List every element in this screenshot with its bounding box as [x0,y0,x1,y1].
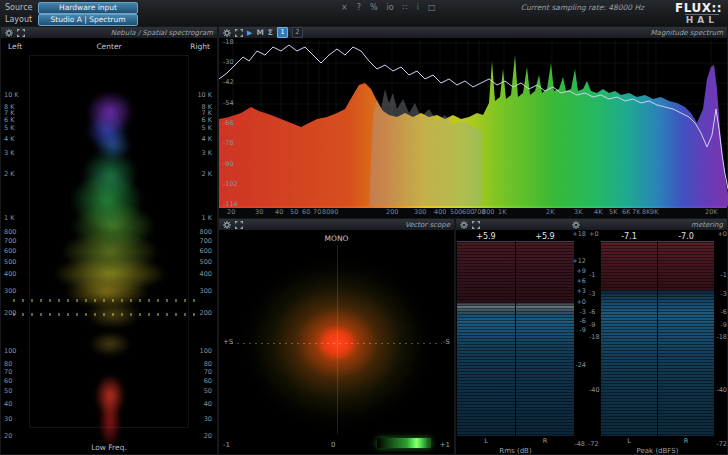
peak-scale-label: -18 [716,334,727,341]
rms-meter-right [516,241,574,436]
nebula-freq-label: 50 [204,388,212,395]
peak-meter-left [601,241,657,436]
peak-scale-label: -40 [589,387,600,394]
rms-scale-label: +12 [572,258,586,265]
magnitude-spectrum-panel[interactable]: ▶ M Σ 1 2 Magnitude spectrum [218,26,728,218]
layout-label: Layout [5,15,32,24]
spectrum-db-label: -78 [223,140,234,147]
settings-icon[interactable]: % [370,3,378,12]
fullscreen-icon[interactable]: ∷ [403,3,408,12]
spectrum-freq-label: 90 [330,209,348,216]
spectrum-db-label: -66 [223,120,234,127]
spectrum-db-label: -54 [223,100,234,107]
rms-scale-label: -24 [575,362,586,369]
rms-group-name: Rms (dB) [457,447,574,455]
gear-icon[interactable] [223,221,231,229]
nebula-freq-label: 2 K [202,171,212,178]
vector-scope-panel[interactable]: Vector scope MONO +S -S -1 0 +1 [218,218,455,455]
peak-group-name: Peak (dBFS) [601,447,714,455]
nebula-freq-label: 100 [200,348,212,355]
flux-analyzer-window: Source Layout Hardware input Studio A | … [0,0,728,455]
spectrum-db-label: -102 [223,181,238,188]
peak-scale-label: +0 [717,231,727,238]
peak-meter-right [658,241,714,436]
peak-scale-label: -6 [721,309,727,316]
rms-meter-left [457,241,515,436]
vector-scope-mode-label: MONO [219,234,454,243]
nebula-freq-label: 800 [200,229,212,236]
rms-scale-label: -6 [580,318,586,325]
rms-scale-label: +6 [576,278,586,285]
info-icon[interactable]: i [417,3,419,12]
peak-scale-bottom-label: -72 [588,440,602,448]
layout-selector-button[interactable]: Studio A | Spectrum [38,14,138,26]
nebula-freq-label: 40 [204,401,212,408]
nebula-freq-label: 3 K [202,150,212,157]
spectrum-freq-label: 300 [414,209,432,216]
spectrum-db-label: -30 [223,59,234,66]
nebula-freq-label: 700 [200,238,212,245]
nebula-freq-label: 400 [200,271,212,278]
peak-scale-label: -9 [721,322,727,329]
rms-right-channel-label: R [516,437,574,445]
metering-panel[interactable]: metering +5.9 +5.9 -7.1 -7.0 +18+12+9+6+… [455,218,728,455]
nebula-freq-label: 10 K [197,92,212,99]
peak-scale-label: -3 [589,291,595,298]
peak-scale-label: -6 [589,309,595,316]
nebula-freq-label: 200 [200,310,212,317]
source-selector-button[interactable]: Hardware input [38,2,138,14]
peak-scale-label: -1 [721,272,727,279]
peak-scale-label: -1 [589,272,595,279]
rms-scale-label: -9 [580,327,586,334]
spectrum-freq-label: 20 [227,209,245,216]
fullscreen-icon[interactable] [472,221,480,229]
peak-left-value: -7.1 [601,232,657,241]
axis-zero-label: 0 [331,441,335,449]
spectrum-freq-label: 3K [574,209,592,216]
rms-scale-label: +9 [576,268,586,275]
rms-scale-label: +18 [572,231,586,238]
rms-scale-label: +0 [576,299,586,306]
vector-scope-vertical-axis [337,245,338,434]
hal-logo: HAL [685,14,719,25]
peak-scale-label: +0 [589,231,599,238]
spectrum-freq-label: 30 [255,209,273,216]
spectrum-freq-label: 2K [546,209,564,216]
window-icon[interactable]: □ [428,3,436,12]
peak-scale-label: -40 [716,387,727,394]
spectrum-db-label: -18 [223,39,234,46]
gear-icon[interactable] [460,221,468,229]
flux-logo: FLUX:: [675,1,722,15]
spectrum-freq-label: 9K [650,209,668,216]
nebula-freq-label: 300 [200,288,212,295]
fullscreen-icon[interactable] [235,221,243,229]
nebula-bottom-label: Low Freq. [1,443,217,452]
nebula-freq-label: 1 K [202,215,212,222]
nebula-freq-label: 70 [204,369,212,376]
source-label: Source [5,3,32,12]
nebula-freq-label: 500 [200,259,212,266]
plus-s-label: +S [223,338,233,346]
peak-scale-label: -3 [721,291,727,298]
nebula-freq-label: 5 K [202,125,212,132]
nebula-panel[interactable]: Nebula / Spatial spectrogram Left Center… [0,26,218,455]
rms-left-channel-label: L [457,437,515,445]
toolbar-icons: ×?%io∷i□ [341,3,436,12]
spectrum-db-label: -42 [223,79,234,86]
io-icon[interactable]: io [387,3,394,12]
sampling-rate-status: Current sampling rate: 48000 Hz [521,3,644,12]
axis-plus-one-label: +1 [440,441,450,449]
help-icon[interactable]: ? [357,3,361,12]
peak-scale-label: -9 [589,322,595,329]
nebula-freq-label: 60 [204,378,212,385]
vector-scope-title: Vector scope [405,221,450,229]
rms-right-value: +5.9 [516,232,574,241]
axis-minus-one-label: -1 [223,441,230,449]
close-icon[interactable]: × [341,3,348,12]
spectrum-freq-label: 20K [705,209,723,216]
rms-scale-label: +3 [576,288,586,295]
nebula-freq-label: 30 [204,416,212,423]
rms-scale-label: -3 [580,309,586,316]
peak-left-channel-label: L [601,437,657,445]
nebula-freq-label: 80 [204,361,212,368]
